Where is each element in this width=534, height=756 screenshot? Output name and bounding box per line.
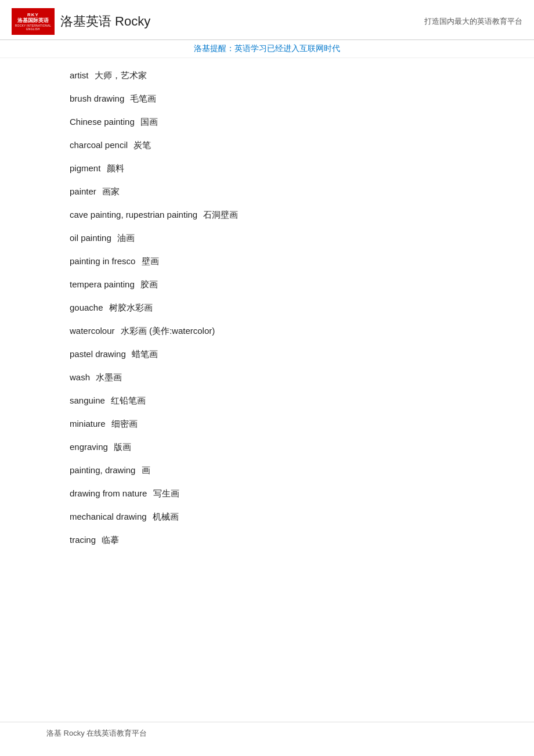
vocab-chinese: 蜡笔画 [129, 349, 158, 359]
list-item: cave painting, rupestrian painting 石洞壁画 [70, 203, 499, 226]
list-item: pastel drawing 蜡笔画 [70, 343, 499, 366]
vocab-english: miniature [70, 419, 106, 429]
vocab-english: charcoal pencil [70, 140, 128, 150]
vocab-english: sanguine [70, 395, 105, 405]
vocab-chinese: 写生画 [150, 488, 179, 498]
vocab-chinese: 颜料 [104, 163, 124, 173]
logo: RKY 洛基国际英语 ROCKY INTERNATIONAL ENGLISH [12, 8, 55, 35]
vocab-english: artist [70, 70, 89, 80]
vocab-english: tracing [70, 535, 96, 545]
list-item: sanguine 红铅笔画 [70, 389, 499, 412]
vocab-chinese: 机械画 [150, 512, 179, 521]
vocab-chinese: 细密画 [109, 419, 138, 429]
list-item: charcoal pencil 炭笔 [70, 134, 499, 157]
vocab-english: oil painting [70, 233, 111, 243]
vocab-english: brush drawing [70, 93, 124, 103]
vocab-english: watercolour [70, 326, 115, 336]
vocab-chinese: 大师，艺术家 [92, 70, 147, 80]
content-area: artist 大师，艺术家brush drawing 毛笔画Chinese pa… [0, 58, 534, 569]
vocab-chinese: 壁画 [139, 256, 158, 266]
vocab-chinese: 水彩画 (美作:watercolor) [118, 326, 215, 336]
vocab-chinese: 石洞壁画 [201, 210, 238, 219]
vocab-chinese: 画家 [100, 186, 120, 196]
list-item: tempera painting 胶画 [70, 273, 499, 296]
vocab-chinese: 版画 [111, 442, 131, 452]
vocab-chinese: 国画 [138, 117, 158, 127]
vocab-chinese: 胶画 [138, 279, 158, 289]
vocab-english: mechanical drawing [70, 512, 147, 521]
list-item: painter 画家 [70, 180, 499, 203]
list-item: watercolour 水彩画 (美作:watercolor) [70, 319, 499, 343]
list-item: pigment 颜料 [70, 157, 499, 180]
list-item: wash 水墨画 [70, 366, 499, 389]
vocab-english: tempera painting [70, 279, 135, 289]
list-item: Chinese painting 国画 [70, 110, 499, 134]
logo-english: ROCKY INTERNATIONAL ENGLISH [13, 24, 53, 31]
vocab-chinese: 临摹 [99, 535, 119, 545]
footer-text: 洛基 Rocky 在线英语教育平台 [46, 729, 147, 737]
list-item: painting, drawing 画 [70, 459, 499, 482]
vocab-english: painting in fresco [70, 256, 135, 266]
logo-chinese: 洛基国际英语 [17, 17, 49, 24]
vocab-chinese: 红铅笔画 [109, 395, 146, 405]
vocab-chinese: 画 [139, 465, 150, 475]
notice-bar: 洛基提醒：英语学习已经进入互联网时代 [0, 40, 534, 58]
list-item: brush drawing 毛笔画 [70, 87, 499, 110]
list-item: painting in fresco 壁画 [70, 250, 499, 273]
vocab-english: gouache [70, 303, 103, 312]
vocab-english: cave painting, rupestrian painting [70, 210, 197, 219]
vocab-english: drawing from nature [70, 488, 147, 498]
footer: 洛基 Rocky 在线英语教育平台 [0, 722, 534, 739]
vocab-english: painting, drawing [70, 465, 135, 475]
vocab-english: Chinese painting [70, 117, 135, 127]
list-item: oil painting 油画 [70, 226, 499, 250]
page-title: 洛基英语 Rocky [60, 13, 424, 30]
header: RKY 洛基国际英语 ROCKY INTERNATIONAL ENGLISH 洛… [0, 0, 534, 40]
list-item: mechanical drawing 机械画 [70, 505, 499, 528]
vocab-chinese: 油画 [115, 233, 135, 243]
vocab-chinese: 炭笔 [131, 140, 151, 150]
vocab-chinese: 树胶水彩画 [107, 303, 153, 312]
list-item: tracing 临摹 [70, 528, 499, 552]
list-item: artist 大师，艺术家 [70, 64, 499, 87]
list-item: engraving 版画 [70, 435, 499, 459]
vocab-english: pastel drawing [70, 349, 126, 359]
vocab-english: pigment [70, 163, 100, 173]
header-slogan: 打造国内最大的英语教育平台 [424, 16, 522, 27]
list-item: drawing from nature 写生画 [70, 482, 499, 505]
vocab-english: painter [70, 186, 96, 196]
vocab-chinese: 水墨画 [93, 372, 122, 382]
vocab-chinese: 毛笔画 [128, 93, 156, 103]
vocab-english: engraving [70, 442, 108, 452]
list-item: miniature 细密画 [70, 412, 499, 435]
list-item: gouache 树胶水彩画 [70, 296, 499, 319]
vocab-english: wash [70, 372, 90, 382]
